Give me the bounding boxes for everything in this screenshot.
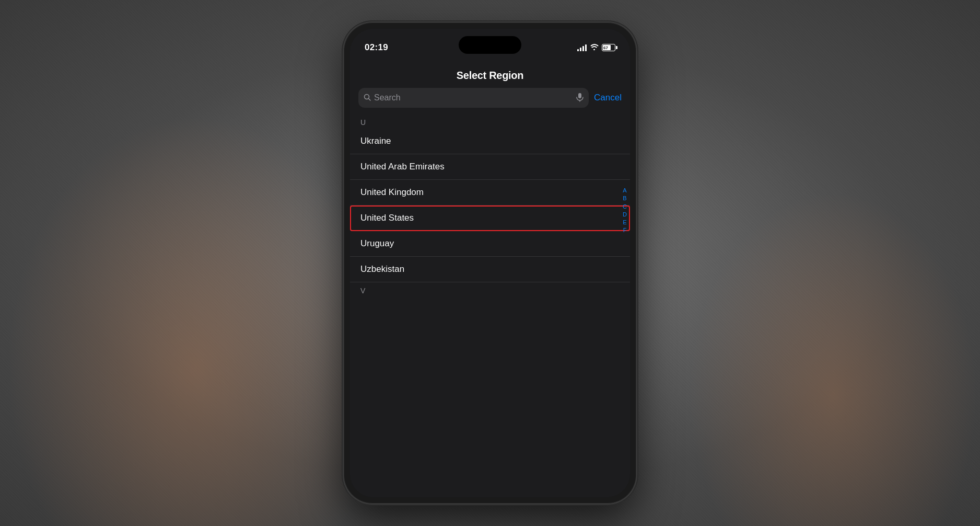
alpha-d[interactable]: D xyxy=(623,211,627,218)
svg-line-1 xyxy=(369,98,371,100)
alphabet-index[interactable]: A B C D E F xyxy=(623,187,627,234)
status-icons: 67 xyxy=(577,43,615,52)
wifi-icon xyxy=(590,43,599,52)
screen-content: Select Region Search xyxy=(350,59,630,497)
cancel-button[interactable]: Cancel xyxy=(594,93,622,103)
status-bar: 02:19 67 xyxy=(350,29,630,59)
search-icon xyxy=(364,94,371,102)
page-title: Select Region xyxy=(457,70,523,81)
dynamic-island xyxy=(459,36,521,54)
battery-icon: 67 xyxy=(602,44,615,51)
search-placeholder-text: Search xyxy=(374,93,573,102)
phone-screen: 02:19 67 xyxy=(350,29,630,497)
alpha-a[interactable]: A xyxy=(623,187,627,194)
list-item[interactable]: Uzbekistan xyxy=(350,257,630,282)
country-list-container: U Ukraine United Arab Emirates United Ki… xyxy=(350,114,630,297)
alpha-e[interactable]: E xyxy=(623,219,627,226)
section-header-u: U xyxy=(350,114,630,129)
section-header-v: V xyxy=(350,282,630,297)
status-time: 02:19 xyxy=(365,42,388,53)
page-header: Select Region xyxy=(350,59,630,88)
list-item[interactable]: Ukraine xyxy=(350,129,630,154)
united-states-item[interactable]: United States xyxy=(350,205,630,231)
signal-icon xyxy=(577,44,587,51)
mic-icon xyxy=(576,93,584,104)
list-item[interactable]: Uruguay xyxy=(350,231,630,257)
svg-rect-2 xyxy=(578,93,581,98)
list-item[interactable]: United Kingdom xyxy=(350,180,630,205)
search-container: Search Cancel xyxy=(350,88,630,114)
list-item[interactable]: United Arab Emirates xyxy=(350,154,630,180)
alpha-b[interactable]: B xyxy=(623,195,627,202)
search-bar[interactable]: Search xyxy=(358,88,589,108)
alpha-c[interactable]: C xyxy=(623,202,627,210)
phone-frame: 02:19 67 xyxy=(344,22,636,504)
alpha-f[interactable]: F xyxy=(623,226,627,234)
phone-wrapper: 02:19 67 xyxy=(344,22,636,504)
